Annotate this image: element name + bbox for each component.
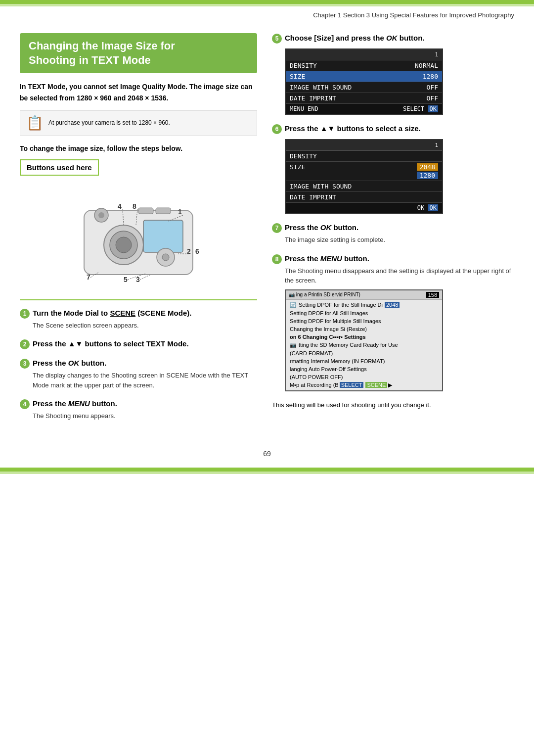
- svg-rect-7: [138, 208, 153, 214]
- step-8-desc: The Shooting menu disappears and the set…: [285, 266, 514, 285]
- ss-item-5: on 6 Changing C▪▪▪r▪ Settings: [286, 333, 442, 341]
- steps-list: 1 Turn the Mode Dial to SCENE (SCENE Mod…: [20, 308, 257, 421]
- svg-line-25: [140, 275, 151, 280]
- ss-item-7: (CARD FORMAT): [286, 349, 442, 357]
- step-5: 5 Choose [Size] and press the OK button.…: [272, 33, 514, 115]
- svg-point-3: [116, 237, 132, 253]
- top-bar: [0, 0, 534, 4]
- svg-text:4: 4: [118, 202, 122, 210]
- step-number-6: 6: [272, 124, 282, 134]
- step-number-2: 2: [20, 339, 30, 349]
- second-bar: [0, 4, 534, 6]
- svg-rect-8: [156, 208, 171, 214]
- ss-item-4: Changing the Image Si (Resize): [286, 325, 442, 333]
- step-3-desc: The display changes to the Shooting scre…: [33, 371, 257, 390]
- ss-top-bar: 📷 ing a Printin SD ervid PRINT) 158: [286, 290, 442, 300]
- ss-item-6: 📷tting the SD Memory Card Ready for Use: [286, 341, 442, 349]
- ss-item-10: (AUTO POWER OFF): [286, 373, 442, 381]
- intro-text: In TEXT Mode, you cannot set Image Quali…: [20, 81, 257, 103]
- step-8: 8 Press the MENU button. The Shooting me…: [272, 254, 514, 391]
- screen-row-size-2: SIZE 2048 1280: [286, 162, 442, 181]
- ss-item-2: Setting DPOF for All Still Images: [286, 309, 442, 317]
- screen-row-sound-2: IMAGE WITH SOUND: [286, 181, 442, 192]
- screen-row-date: DATE IMPRINTOFF: [286, 93, 442, 104]
- svg-text:5: 5: [124, 276, 128, 284]
- camera-diagram: 4 8 1 2 6 7 5 3: [59, 181, 218, 289]
- breadcrumb: Chapter 1 Section 3 Using Special Featur…: [0, 7, 534, 23]
- svg-rect-4: [143, 220, 183, 252]
- svg-text:7: 7: [87, 273, 90, 281]
- svg-point-6: [98, 212, 104, 218]
- page-title: Changing the Image Size for Shooting in …: [20, 33, 257, 73]
- svg-point-10: [162, 254, 169, 261]
- svg-text:6: 6: [195, 247, 199, 255]
- step-4-desc: The Shooting menu appears.: [33, 411, 257, 421]
- bottom-bar-dark: [0, 468, 534, 472]
- ss-item-9: langing Auto Power-Off Settings: [286, 365, 442, 373]
- step-3: 3 Press the OK button. The display chang…: [20, 358, 257, 390]
- screen-top-2: 1: [286, 140, 442, 151]
- step-number-1: 1: [20, 309, 30, 319]
- menu-screenshot: 📷 ing a Printin SD ervid PRINT) 158 🔄Set…: [285, 289, 443, 391]
- ss-item-3: Setting DPOF for Multiple Still Images: [286, 317, 442, 325]
- step-1: 1 Turn the Mode Dial to SCENE (SCENE Mod…: [20, 308, 257, 331]
- screen-2: 1 DENSITY SIZE 2048 1280 IMAGE WITH SOUN…: [285, 139, 443, 214]
- step-1-desc: The Scene selection screen appears.: [33, 321, 257, 331]
- note-icon: 📋: [26, 115, 44, 131]
- bottom-bar-light: [0, 472, 534, 474]
- svg-text:8: 8: [133, 202, 136, 210]
- note-text: At purchase your camera is set to 1280 ×…: [48, 119, 170, 126]
- step-6: 6 Press the ▲▼ buttons to select a size.…: [272, 124, 514, 214]
- buttons-used-label: Buttons used here: [20, 159, 99, 176]
- page-number: 69: [0, 440, 534, 468]
- note-box: 📋 At purchase your camera is set to 1280…: [20, 110, 257, 136]
- ss-item-8: rmatting Internal Memory (IN FORMAT): [286, 357, 442, 365]
- step-number-5: 5: [272, 34, 282, 44]
- svg-text:2: 2: [187, 247, 191, 255]
- screen-row-density-2: DENSITY: [286, 151, 442, 162]
- step-number-4: 4: [20, 399, 30, 409]
- screen-row-size: SIZE1280: [286, 71, 442, 82]
- step-7: 7 Press the OK button. The image size se…: [272, 223, 514, 245]
- ss-item-1: 🔄Setting DPOF for the Still Image Di 204…: [286, 301, 442, 309]
- svg-text:1: 1: [178, 208, 182, 216]
- step-number-7: 7: [272, 223, 282, 233]
- screen-top-1: 1: [286, 49, 442, 60]
- screen-row-date-2: DATE IMPRINT: [286, 192, 442, 203]
- screen-row-density: DENSITYNORMAL: [286, 60, 442, 71]
- step-number-3: 3: [20, 359, 30, 369]
- screen-menu-bar-1: MENU ENDSELECT OK: [286, 104, 442, 114]
- final-note: This setting will be used for shooting u…: [272, 400, 514, 410]
- ss-menu-items: 🔄Setting DPOF for the Still Image Di 204…: [286, 300, 442, 390]
- steps-intro: To change the image size, follow the ste…: [20, 144, 257, 152]
- screen-menu-bar-2: OK OK: [286, 203, 442, 213]
- step-2: 2 Press the ▲▼ buttons to select TEXT Mo…: [20, 339, 257, 349]
- svg-text:3: 3: [136, 276, 140, 284]
- step-4: 4 Press the MENU button. The Shooting me…: [20, 399, 257, 421]
- step-number-8: 8: [272, 254, 282, 264]
- divider: [20, 299, 257, 300]
- screen-row-sound: IMAGE WITH SOUNDOFF: [286, 82, 442, 93]
- ss-item-11: M▪p at Recording (B SELECT SCENE ▶: [286, 381, 442, 389]
- screen-1: 1 DENSITYNORMAL SIZE1280 IMAGE WITH SOUN…: [285, 48, 443, 115]
- step-7-desc: The image size setting is complete.: [285, 235, 514, 245]
